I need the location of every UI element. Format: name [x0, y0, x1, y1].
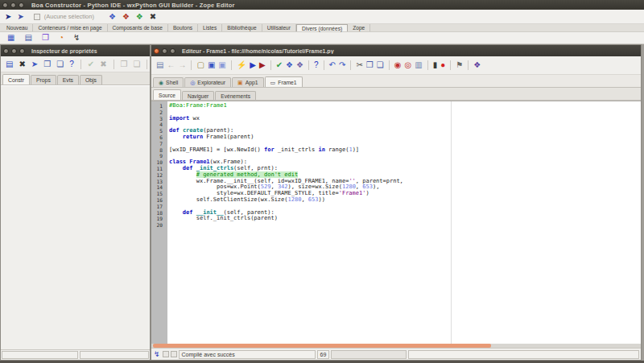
code-editor[interactable]: 1#Boa:Frame:Frame123import wx45def creat…	[151, 101, 641, 344]
inspect-icon[interactable]: ➤	[30, 60, 39, 69]
run-app-icon[interactable]: ▶	[249, 60, 257, 70]
tab-evts[interactable]: Evts	[57, 75, 79, 85]
copy-icon[interactable]: ❐	[365, 60, 374, 70]
delete-selection-icon[interactable]: ✖	[148, 12, 158, 22]
code-line: 20	[151, 222, 641, 229]
tab-conteneurs-mise-en-page[interactable]: Conteneurs / mise en page	[33, 24, 107, 31]
tab-divers-donn-es[interactable]: Divers (données)	[296, 24, 348, 31]
code-line: 1#Boa:Frame:Frame1	[151, 103, 641, 109]
inspector-status-left	[2, 351, 78, 359]
refresh-source-icon[interactable]: ▤	[155, 60, 164, 70]
tab-objs[interactable]: Objs	[80, 75, 102, 85]
tab-zope[interactable]: Zope	[348, 24, 370, 31]
run-module-icon[interactable]: ⚡	[236, 60, 247, 70]
pointer-parent-icon[interactable]: ➤	[15, 12, 25, 22]
horizontal-scrollbar-thumb[interactable]	[153, 344, 491, 348]
insert-item-icon[interactable]: ▤	[4, 60, 14, 69]
cancel-icon[interactable]: ✖	[98, 60, 108, 69]
validator-component-icon[interactable]: ↯	[72, 33, 81, 43]
profiler-icon[interactable]: ▮	[432, 60, 439, 70]
editor-close-button[interactable]	[154, 48, 159, 54]
selection-checkbox[interactable]	[34, 14, 40, 20]
inspector-close-button[interactable]	[3, 48, 9, 54]
cut-icon[interactable]: ✂	[355, 60, 363, 70]
toolbar-separator	[468, 60, 469, 70]
breakpoint-icon[interactable]: ●	[440, 60, 446, 70]
inspector-body[interactable]	[1, 85, 150, 349]
toolbar-separator	[80, 60, 81, 69]
tab-explorateur[interactable]: ◎Explorateur	[184, 77, 231, 87]
package-blue-icon[interactable]: ❖	[107, 12, 118, 22]
imagelist-component-icon[interactable]: ❐	[40, 33, 51, 43]
find-icon[interactable]: ◉	[394, 60, 402, 70]
debug-icon[interactable]: ▶	[258, 60, 266, 70]
find-again-icon[interactable]: ◎	[403, 60, 412, 70]
check-source-icon[interactable]: ✔	[275, 60, 283, 70]
tab-nouveau[interactable]: Nouveau	[2, 24, 33, 31]
horizontal-scrollbar[interactable]	[151, 344, 641, 348]
toolbar-separator	[324, 60, 324, 70]
status-prev-button[interactable]	[163, 351, 169, 357]
tab-listes[interactable]: Listes	[198, 24, 222, 31]
grid-component-icon[interactable]: ▦	[6, 33, 16, 43]
inspector-maximize-button[interactable]	[19, 48, 25, 54]
confirm-icon[interactable]: ✔	[86, 60, 96, 69]
cycle-views-icon[interactable]: ❖	[295, 60, 304, 70]
code-text: return Frame1(parent)	[165, 134, 254, 141]
forward-icon[interactable]: →	[177, 60, 187, 70]
boa-icon[interactable]: ❖	[473, 60, 481, 70]
compile-icon[interactable]: ❖	[285, 60, 294, 70]
tab-frame1[interactable]: ▭Frame1	[265, 76, 303, 87]
code-line: 16 self.SetClientSize(wx.Size(1280, 653)…	[151, 197, 641, 204]
table-component-icon[interactable]: ▤	[23, 33, 33, 43]
help-icon[interactable]: ?	[68, 60, 76, 69]
inspector-statusbar	[1, 349, 150, 360]
help-icon[interactable]: ?	[313, 60, 320, 70]
tab-constr[interactable]: Constr	[2, 74, 30, 85]
status-next-button[interactable]	[171, 351, 177, 357]
package-red-icon[interactable]: ❖	[121, 12, 131, 22]
minimize-button[interactable]	[10, 2, 16, 8]
tab-shell[interactable]: ◉Shell	[153, 77, 184, 87]
frame-icon: ▭	[270, 80, 276, 85]
tab-label: Utilisateur	[267, 25, 291, 31]
editor-minimize-button[interactable]	[162, 48, 167, 54]
tab-biblioth-que[interactable]: Bibliothèque	[222, 24, 262, 31]
paste-icon[interactable]: ❏	[376, 60, 385, 70]
open-icon[interactable]: ▢	[196, 60, 204, 70]
tab-ev-nements[interactable]: Evénements	[215, 91, 256, 100]
timer-component-icon[interactable]: ◔	[57, 33, 65, 43]
tab-props[interactable]: Props	[31, 75, 56, 85]
package-green-icon[interactable]: ❖	[134, 12, 145, 22]
copy-props-icon[interactable]: ❐	[119, 60, 130, 69]
close-button[interactable]	[2, 2, 8, 8]
delete-item-icon[interactable]: ✖	[17, 60, 27, 69]
save-as-icon[interactable]: ▣	[217, 60, 226, 70]
tab-utilisateur[interactable]: Utilisateur	[262, 24, 296, 31]
paste-props-icon[interactable]: ❏	[131, 60, 142, 69]
undo-icon[interactable]: ↶	[328, 60, 336, 70]
post-icon[interactable]: ❏	[55, 60, 65, 69]
back-icon[interactable]: ←	[166, 60, 175, 70]
cycle-icon[interactable]: ❐	[42, 60, 52, 69]
inspector-minimize-button[interactable]	[11, 48, 17, 54]
maximize-button[interactable]	[19, 2, 24, 8]
editor-document-tabs: ◉Shell◎Explorateur▣App1▭Frame1	[151, 75, 641, 88]
todo-icon[interactable]: ⚑	[455, 60, 464, 70]
save-icon[interactable]: ▣	[207, 60, 216, 70]
tab-composants-de-base[interactable]: Composants de base	[108, 24, 168, 31]
shell-icon: ◉	[159, 80, 163, 85]
pointer-select-icon[interactable]: ➤	[3, 12, 13, 22]
tab-app1[interactable]: ▣App1	[232, 77, 264, 87]
screen: Boa Constructor - Python IDE - wxPython …	[0, 0, 644, 363]
print-icon[interactable]: ▥	[414, 60, 423, 70]
line-number: 5	[151, 128, 165, 134]
code-text	[165, 222, 169, 229]
tab-source[interactable]: Source	[153, 89, 181, 100]
line-number: 11	[151, 166, 165, 172]
editor-maximize-button[interactable]	[170, 48, 175, 54]
tab-boutons[interactable]: Boutons	[168, 24, 198, 31]
redo-icon[interactable]: ↷	[338, 60, 346, 70]
tab-naviguer[interactable]: Naviguer	[182, 91, 214, 100]
transport-icon[interactable]: ↯	[153, 351, 161, 358]
